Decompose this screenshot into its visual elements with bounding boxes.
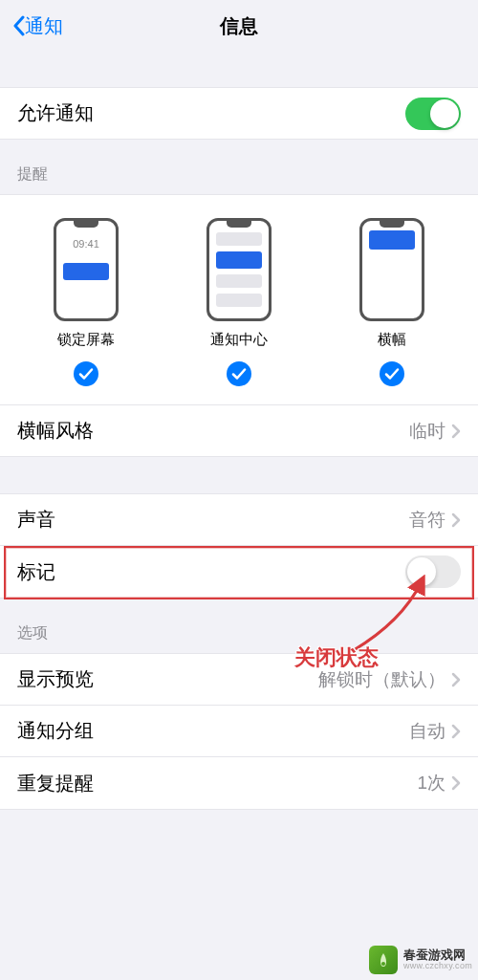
- watermark-title: 春蚕游戏网: [403, 948, 472, 962]
- page-title: 信息: [0, 13, 478, 39]
- watermark: 春蚕游戏网 www.czchxy.com: [369, 946, 472, 974]
- banners-option[interactable]: 横幅: [339, 218, 445, 349]
- nc-checked-icon[interactable]: [226, 360, 252, 387]
- chevron-right-icon: [451, 512, 461, 528]
- grouping-row[interactable]: 通知分组 自动: [0, 706, 478, 757]
- sound-row[interactable]: 声音 音符: [0, 494, 478, 546]
- banner-label: 横幅: [378, 331, 406, 349]
- preview-row[interactable]: 显示预览 解锁时（默认）: [0, 654, 478, 706]
- notification-center-label: 通知中心: [210, 331, 268, 349]
- svg-point-0: [74, 361, 98, 386]
- allow-label: 允许通知: [17, 100, 94, 126]
- annotation-highlight: [4, 546, 474, 599]
- preview-value: 解锁时（默认）: [318, 667, 445, 692]
- chevron-right-icon: [451, 424, 461, 439]
- chevron-right-icon: [451, 724, 461, 739]
- repeat-value: 1次: [417, 771, 445, 795]
- svg-point-3: [381, 962, 385, 966]
- chevron-right-icon: [451, 672, 461, 687]
- badge-row: 标记: [0, 546, 478, 598]
- banner-style-row[interactable]: 横幅风格 临时: [0, 405, 478, 457]
- svg-point-1: [227, 361, 251, 386]
- preview-label: 显示预览: [17, 666, 94, 692]
- alerts-panel: 09:41 锁定屏幕 通知中心 横幅: [0, 194, 478, 405]
- lock-screen-option[interactable]: 09:41 锁定屏幕: [33, 218, 139, 349]
- notification-center-icon: [206, 218, 272, 321]
- chevron-left-icon: [11, 15, 25, 36]
- banner-checked-icon[interactable]: [379, 360, 405, 387]
- navigation-bar: 通知 信息: [0, 0, 478, 52]
- sound-label: 声音: [17, 507, 55, 533]
- banner-icon: [359, 218, 424, 321]
- repeat-row[interactable]: 重复提醒 1次: [0, 757, 478, 809]
- lock-checked-icon[interactable]: [73, 360, 99, 387]
- svg-point-2: [380, 361, 404, 386]
- watermark-url: www.czchxy.com: [403, 962, 472, 971]
- watermark-icon: [369, 946, 398, 974]
- grouping-value: 自动: [409, 719, 445, 744]
- banner-style-label: 横幅风格: [17, 418, 94, 444]
- back-button[interactable]: 通知: [11, 13, 63, 39]
- lock-screen-icon: 09:41: [54, 218, 119, 321]
- chevron-right-icon: [451, 775, 461, 791]
- back-label: 通知: [25, 13, 63, 39]
- sound-value: 音符: [409, 508, 445, 533]
- badge-toggle[interactable]: [405, 555, 461, 588]
- badge-label: 标记: [17, 559, 55, 585]
- notification-center-option[interactable]: 通知中心: [186, 218, 292, 349]
- lock-screen-label: 锁定屏幕: [57, 331, 115, 349]
- alerts-header: 提醒: [0, 140, 478, 194]
- repeat-label: 重复提醒: [17, 771, 94, 796]
- allow-notifications-row: 允许通知: [0, 88, 478, 140]
- options-header: 选项: [0, 599, 478, 653]
- allow-toggle[interactable]: [405, 98, 461, 130]
- banner-style-value: 临时: [409, 419, 445, 444]
- grouping-label: 通知分组: [17, 718, 94, 744]
